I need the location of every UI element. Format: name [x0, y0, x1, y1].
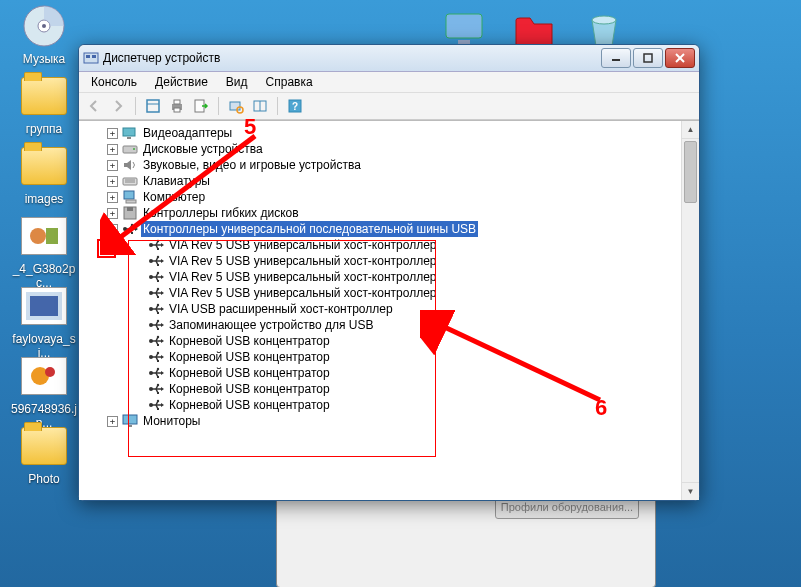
folder-icon — [20, 72, 68, 120]
menu-help[interactable]: Справка — [258, 73, 321, 91]
disk-drive-icon — [122, 141, 138, 157]
expand-toggle[interactable]: + — [107, 192, 118, 203]
tree-node-label: Дисковые устройства — [141, 141, 265, 157]
tree-node-video[interactable]: + Видеоадаптеры — [87, 125, 682, 141]
properties-button[interactable] — [144, 97, 162, 115]
image-file-icon — [20, 352, 68, 400]
toolbar-separator — [218, 97, 219, 115]
tree-node-usb-child[interactable]: Корневой USB концентратор — [87, 365, 682, 381]
tree-node-label: VIA Rev 5 USB универсальный хост-контрол… — [167, 253, 439, 269]
svg-point-2 — [42, 24, 46, 28]
expand-toggle[interactable]: + — [107, 176, 118, 187]
svg-rect-117 — [123, 415, 137, 424]
expand-toggle[interactable]: + — [107, 160, 118, 171]
device-tree[interactable]: + Видеоадаптеры + Дисковые устройства + … — [79, 121, 682, 500]
svg-rect-62 — [157, 264, 159, 266]
window-title: Диспетчер устройств — [103, 51, 601, 65]
export-button[interactable] — [192, 97, 210, 115]
vertical-scrollbar[interactable]: ▲ ▼ — [681, 121, 699, 500]
scroll-down-arrow[interactable]: ▼ — [682, 482, 699, 500]
svg-point-115 — [157, 400, 159, 402]
tree-node-usb-child[interactable]: VIA Rev 5 USB универсальный хост-контрол… — [87, 253, 682, 269]
expand-toggle[interactable]: + — [107, 128, 118, 139]
desktop-icon-images[interactable]: images — [6, 142, 82, 206]
svg-rect-22 — [147, 100, 159, 112]
scroll-thumb[interactable] — [684, 141, 697, 203]
tree-node-usb-child[interactable]: Корневой USB концентратор — [87, 381, 682, 397]
tree-node-usb-child[interactable]: VIA USB расширенный хост-контроллер — [87, 301, 682, 317]
collapse-toggle[interactable]: − — [107, 224, 118, 235]
svg-rect-16 — [86, 55, 90, 58]
scan-hardware-button[interactable] — [227, 97, 245, 115]
monitor-icon — [122, 413, 138, 429]
svg-rect-116 — [157, 408, 159, 410]
tree-node-usb-child[interactable]: Корневой USB концентратор — [87, 397, 682, 413]
computer-icon — [122, 189, 138, 205]
usb-icon — [148, 317, 164, 333]
desktop-icon-file1[interactable]: _4_G38o2pc... — [6, 212, 82, 290]
svg-rect-68 — [157, 280, 159, 282]
tree-node-label: Корневой USB концентратор — [167, 333, 332, 349]
scroll-up-arrow[interactable]: ▲ — [682, 121, 699, 139]
svg-rect-44 — [127, 207, 133, 211]
tree-node-usb-child[interactable]: VIA Rev 5 USB универсальный хост-контрол… — [87, 285, 682, 301]
tree-content: + Видеоадаптеры + Дисковые устройства + … — [79, 120, 699, 500]
usb-icon — [148, 381, 164, 397]
usb-icon — [148, 285, 164, 301]
usb-icon — [148, 349, 164, 365]
menu-view[interactable]: Вид — [218, 73, 256, 91]
tree-node-label: VIA Rev 5 USB универсальный хост-контрол… — [167, 237, 439, 253]
tree-node-label: Корневой USB концентратор — [167, 397, 332, 413]
usb-icon — [148, 333, 164, 349]
tree-node-floppy[interactable]: + Контроллеры гибких дисков — [87, 205, 682, 221]
titlebar[interactable]: Диспетчер устройств — [79, 45, 699, 72]
usb-icon — [148, 301, 164, 317]
svg-point-109 — [157, 384, 159, 386]
desktop-icon-group[interactable]: группа — [6, 72, 82, 136]
expand-toggle[interactable]: + — [107, 416, 118, 427]
nav-forward-button[interactable] — [109, 97, 127, 115]
svg-rect-56 — [157, 248, 159, 250]
tree-node-label: Мониторы — [141, 413, 202, 429]
tree-node-label: VIA USB расширенный хост-контроллер — [167, 301, 395, 317]
tree-node-disk[interactable]: + Дисковые устройства — [87, 141, 682, 157]
desktop-icon-file2[interactable]: faylovaya_si... — [6, 282, 82, 360]
tree-node-usb-child[interactable]: Корневой USB концентратор — [87, 349, 682, 365]
tree-node-usb-child[interactable]: Запоминающее устройство для USB — [87, 317, 682, 333]
tree-node-keyboard[interactable]: + Клавиатуры — [87, 173, 682, 189]
tree-node-computer[interactable]: + Компьютер — [87, 189, 682, 205]
svg-rect-28 — [230, 102, 240, 110]
tree-node-label: Контроллеры гибких дисков — [141, 205, 301, 221]
minimize-button[interactable] — [601, 48, 631, 68]
tree-node-label: Звуковые, видео и игровые устройства — [141, 157, 363, 173]
svg-rect-50 — [131, 232, 133, 234]
tree-node-usb-child[interactable]: VIA Rev 5 USB универсальный хост-контрол… — [87, 237, 682, 253]
help-button[interactable]: ? — [286, 97, 304, 115]
expand-toggle[interactable]: + — [107, 144, 118, 155]
tree-node-monitors[interactable]: + Мониторы — [87, 413, 682, 429]
nav-back-button[interactable] — [85, 97, 103, 115]
print-button[interactable] — [168, 97, 186, 115]
maximize-button[interactable] — [633, 48, 663, 68]
close-button[interactable] — [665, 48, 695, 68]
tree-node-label: VIA Rev 5 USB универсальный хост-контрол… — [167, 269, 439, 285]
desktop-icon-label: группа — [6, 122, 82, 136]
menu-console[interactable]: Консоль — [83, 73, 145, 91]
desktop-icon-file3[interactable]: 596748936.jp... — [6, 352, 82, 430]
tree-node-usb-child[interactable]: VIA Rev 5 USB универсальный хост-контрол… — [87, 269, 682, 285]
desktop-icon-photo[interactable]: Photo — [6, 422, 82, 486]
cd-icon — [20, 2, 68, 50]
svg-rect-41 — [124, 191, 134, 199]
background-dialog-fragment: Профили оборудования... — [276, 500, 656, 587]
show-hidden-button[interactable] — [251, 97, 269, 115]
expand-toggle[interactable]: + — [107, 208, 118, 219]
keyboard-icon — [122, 173, 138, 189]
tree-node-sound[interactable]: + Звуковые, видео и игровые устройства — [87, 157, 682, 173]
tree-node-label: Корневой USB концентратор — [167, 365, 332, 381]
desktop-icon-music[interactable]: Музыка — [6, 2, 82, 66]
menu-action[interactable]: Действие — [147, 73, 216, 91]
svg-rect-7 — [30, 296, 58, 316]
svg-rect-34 — [123, 128, 135, 136]
tree-node-usb-child[interactable]: Корневой USB концентратор — [87, 333, 682, 349]
tree-node-usb-controllers[interactable]: − Контроллеры универсальной последовател… — [87, 221, 682, 237]
